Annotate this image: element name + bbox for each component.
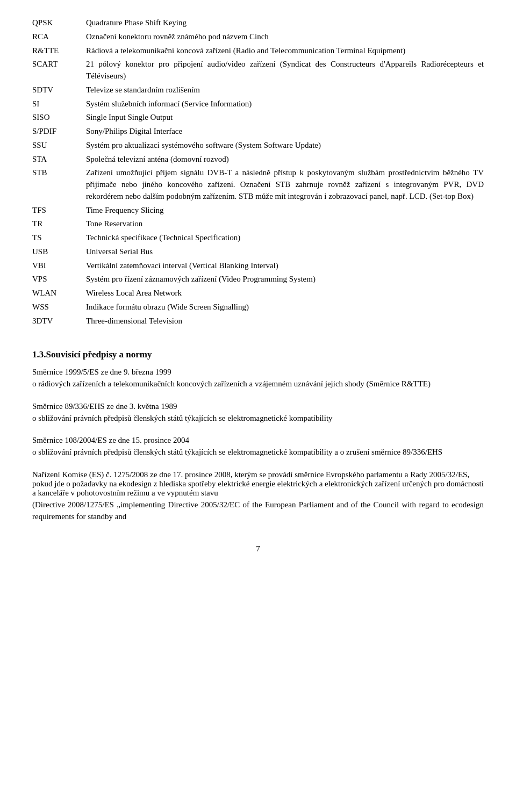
abbr-desc: Společná televizní anténa (domovní rozvo… <box>86 153 484 167</box>
abbr-term: SDTV <box>32 83 86 97</box>
directive-body: (Directive 2008/1275/ES „implementing Di… <box>32 499 484 523</box>
directive-body: o rádiových zařízeních a telekomunikační… <box>32 378 484 390</box>
abbr-row: S/PDIF Sony/Philips Digital Interface <box>32 125 484 139</box>
abbr-term: STA <box>32 153 86 167</box>
abbr-desc: Rádiová a telekomunikační koncová zaříze… <box>86 44 484 58</box>
abbr-row: USB Universal Serial Bus <box>32 245 484 259</box>
page-number: 7 <box>32 544 484 554</box>
section-title: Souvisící předpisy a normy <box>46 349 152 360</box>
abbr-desc: Single Input Single Output <box>86 111 484 125</box>
directive-body: o sbližování právních předpisů členských… <box>32 412 484 425</box>
abbr-row: TFS Time Frequency Slicing <box>32 204 484 218</box>
abbr-term: 3DTV <box>32 314 86 328</box>
abbr-desc: Indikace formátu obrazu (Wide Screen Sig… <box>86 300 484 314</box>
abbr-term: SISO <box>32 111 86 125</box>
abbr-row: SDTV Televize se standardním rozlišením <box>32 83 484 97</box>
abbr-desc: Označení konektoru rovněž známého pod ná… <box>86 30 484 44</box>
abbr-term: STB <box>32 166 86 203</box>
abbr-term: TFS <box>32 204 86 218</box>
abbr-term: SSU <box>32 139 86 153</box>
abbr-row: RCA Označení konektoru rovněž známého po… <box>32 30 484 44</box>
abbreviations-table: QPSK Quadrature Phase Shift Keying RCA O… <box>32 16 484 328</box>
abbr-desc: Tone Reservation <box>86 217 484 231</box>
directive-title: Nařízení Komise (ES) č. 1275/2008 ze dne… <box>32 470 484 498</box>
abbr-row: SSU Systém pro aktualizaci systémového s… <box>32 139 484 153</box>
abbr-row: SI Systém služebních informací (Service … <box>32 97 484 111</box>
abbr-term: SCART <box>32 58 86 83</box>
directive-title: Směrnice 89/336/EHS ze dne 3. května 198… <box>32 402 484 411</box>
abbr-desc: Systém pro aktualizaci systémového softw… <box>86 139 484 153</box>
abbr-row: TR Tone Reservation <box>32 217 484 231</box>
abbr-term: USB <box>32 245 86 259</box>
abbr-row: VPS Systém pro řízení záznamových zaříze… <box>32 272 484 286</box>
abbr-desc: Universal Serial Bus <box>86 245 484 259</box>
abbr-row: STB Zařízení umožňující příjem signálu D… <box>32 166 484 203</box>
abbr-term: TS <box>32 231 86 245</box>
abbr-term: WLAN <box>32 286 86 300</box>
abbr-term: S/PDIF <box>32 125 86 139</box>
directive-block: Směrnice 108/2004/ES ze dne 15. prosince… <box>32 436 484 458</box>
abbr-term: RCA <box>32 30 86 44</box>
abbr-desc: Three-dimensional Television <box>86 314 484 328</box>
abbr-row: VBI Vertikální zatemňovací interval (Ver… <box>32 259 484 273</box>
directive-block: Směrnice 1999/5/ES ze dne 9. března 1999… <box>32 368 484 390</box>
abbr-term: VPS <box>32 272 86 286</box>
abbr-desc: Technická specifikace (Technical Specifi… <box>86 231 484 245</box>
abbr-row: WSS Indikace formátu obrazu (Wide Screen… <box>32 300 484 314</box>
abbr-row: 3DTV Three-dimensional Television <box>32 314 484 328</box>
directive-title: Směrnice 1999/5/ES ze dne 9. března 1999 <box>32 368 484 377</box>
abbr-desc: Televize se standardním rozlišením <box>86 83 484 97</box>
directive-block: Směrnice 89/336/EHS ze dne 3. května 198… <box>32 402 484 425</box>
directives-container: Směrnice 1999/5/ES ze dne 9. března 1999… <box>32 368 484 523</box>
abbr-row: WLAN Wireless Local Area Network <box>32 286 484 300</box>
directive-title: Směrnice 108/2004/ES ze dne 15. prosince… <box>32 436 484 445</box>
directive-block: Nařízení Komise (ES) č. 1275/2008 ze dne… <box>32 470 484 523</box>
abbr-term: R&TTE <box>32 44 86 58</box>
abbr-row: TS Technická specifikace (Technical Spec… <box>32 231 484 245</box>
abbr-row: SISO Single Input Single Output <box>32 111 484 125</box>
abbr-desc: Sony/Philips Digital Interface <box>86 125 484 139</box>
abbr-desc: Time Frequency Slicing <box>86 204 484 218</box>
abbr-row: QPSK Quadrature Phase Shift Keying <box>32 16 484 30</box>
abbr-desc: Systém služebních informací (Service Inf… <box>86 97 484 111</box>
abbr-desc: Wireless Local Area Network <box>86 286 484 300</box>
abbr-row: R&TTE Rádiová a telekomunikační koncová … <box>32 44 484 58</box>
section-number: 1.3. <box>32 349 46 360</box>
abbr-term: TR <box>32 217 86 231</box>
abbr-row: SCART 21 pólový konektor pro připojení a… <box>32 58 484 83</box>
abbr-term: QPSK <box>32 16 86 30</box>
abbr-desc: Zařízení umožňující příjem signálu DVB-T… <box>86 166 484 203</box>
abbr-term: WSS <box>32 300 86 314</box>
abbr-term: SI <box>32 97 86 111</box>
abbr-desc: Systém pro řízení záznamových zařízení (… <box>86 272 484 286</box>
abbr-desc: 21 pólový konektor pro připojení audio/v… <box>86 58 484 83</box>
abbr-term: VBI <box>32 259 86 273</box>
directive-body: o sbližování právních předpisů členských… <box>32 446 484 458</box>
abbr-desc: Quadrature Phase Shift Keying <box>86 16 484 30</box>
section-heading: 1.3.Souvisící předpisy a normy <box>32 349 484 360</box>
abbr-desc: Vertikální zatemňovací interval (Vertica… <box>86 259 484 273</box>
abbr-row: STA Společná televizní anténa (domovní r… <box>32 153 484 167</box>
